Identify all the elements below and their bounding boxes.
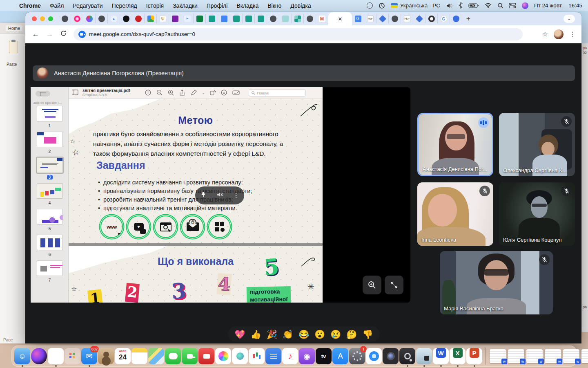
menu-bar-date[interactable]: Пт 24 жовт.: [534, 2, 563, 9]
markup-dropdown-icon[interactable]: ⌄: [202, 91, 205, 95]
menu-item[interactable]: Історія: [142, 2, 168, 9]
annotate-icon[interactable]: A: [221, 90, 227, 96]
dock-siri[interactable]: [31, 348, 47, 364]
tab-google-favicon[interactable]: [438, 14, 450, 24]
status-app-icon[interactable]: [367, 2, 373, 9]
word-home-tab[interactable]: Home: [6, 25, 22, 31]
slide-thumbnail[interactable]: 3: [35, 157, 65, 180]
participant-tile[interactable]: Юлія Сергіївна Коцепуп: [499, 182, 575, 246]
menu-item[interactable]: Вкладка: [232, 2, 263, 9]
tab-jellyfish-favicon[interactable]: [279, 14, 292, 24]
time-machine-icon[interactable]: [379, 2, 385, 9]
browser-menu-icon[interactable]: ⋮: [569, 30, 576, 38]
tab-teal-pattern-favicon[interactable]: [292, 14, 304, 24]
bluetooth-icon[interactable]: [459, 2, 463, 9]
slide-thumbnail[interactable]: 1: [35, 106, 65, 129]
dock-launchpad[interactable]: [65, 348, 80, 364]
tab-search-chevron[interactable]: ⌄: [564, 15, 575, 23]
background-word-window[interactable]: Home Paste Page: [0, 23, 25, 343]
tab-teal-doc-favicon[interactable]: [230, 14, 243, 24]
bookmark-star-icon[interactable]: ☆: [542, 30, 548, 38]
paste-clipboard-icon[interactable]: [9, 41, 18, 53]
reaction-emoji[interactable]: 🎉: [267, 330, 277, 339]
input-source[interactable]: Українська - РС: [391, 2, 440, 9]
dock-contacts[interactable]: [98, 348, 114, 364]
tab-site-favicon[interactable]: [96, 14, 108, 24]
dock-system-settings[interactable]: 1: [349, 348, 365, 364]
tab-lollipop-favicon[interactable]: [71, 14, 83, 24]
active-tab[interactable]: ✕: [328, 12, 352, 25]
dock-facetime[interactable]: [182, 348, 198, 364]
participant-tile[interactable]: Олександра Сергіївна К...: [499, 113, 575, 176]
reaction-emoji[interactable]: 👎: [362, 330, 373, 339]
dock-chrome[interactable]: [48, 348, 64, 364]
minimized-window[interactable]: w: [545, 349, 561, 363]
menu-item[interactable]: Перегляд: [107, 2, 142, 9]
tab-pkp-favicon[interactable]: [401, 14, 413, 24]
background-window-edge[interactable]: ра 02 ра: [581, 43, 588, 332]
menu-item[interactable]: Профілі: [202, 2, 232, 9]
rotate-icon[interactable]: [209, 90, 216, 96]
reaction-emoji[interactable]: 💖: [234, 330, 245, 339]
reaction-emoji[interactable]: 👍: [251, 330, 261, 339]
dock-powerpoint[interactable]: P: [466, 348, 482, 364]
tab-green-chart-favicon[interactable]: [194, 14, 206, 24]
dock-apple-tv[interactable]: tv: [316, 348, 332, 364]
dock-maps[interactable]: [148, 348, 164, 364]
dock-app-store[interactable]: A: [332, 348, 348, 364]
participant-tile[interactable]: Марія Василівна Братко: [440, 251, 553, 314]
zoom-window-button[interactable]: [48, 16, 53, 21]
markup-icon[interactable]: [191, 90, 197, 96]
sidebar-toggle-icon[interactable]: [72, 90, 78, 96]
tab-google-drive-favicon[interactable]: [145, 14, 157, 24]
tab-rocket-favicon[interactable]: [108, 14, 120, 24]
zoom-in-icon[interactable]: [168, 90, 174, 96]
info-icon[interactable]: i: [145, 90, 151, 96]
tab-colorful-favicon[interactable]: [83, 14, 96, 24]
dock-music[interactable]: ♪: [282, 348, 298, 364]
participant-tile[interactable]: Inna Leontieva: [417, 182, 493, 246]
page-url[interactable]: meet.google.com/dxs-quvf-cap?authuser=0: [89, 31, 195, 37]
audio-off-icon[interactable]: [216, 191, 223, 200]
menu-item[interactable]: Файл: [45, 2, 68, 9]
participant-tile[interactable]: Анастасія Денисівна Пог...: [417, 113, 493, 176]
minimized-window[interactable]: [581, 349, 588, 363]
tab-blue-diamond-favicon[interactable]: [413, 14, 425, 24]
pdf-search-field[interactable]: Пошук: [249, 89, 306, 96]
slide-thumbnail[interactable]: 4: [35, 183, 65, 206]
minimized-window[interactable]: w: [563, 349, 579, 363]
tab-teal-doc-favicon[interactable]: [255, 14, 267, 24]
dock-keychain[interactable]: [399, 348, 415, 364]
minimized-window[interactable]: w: [526, 349, 543, 363]
tab-chatgpt-favicon[interactable]: [120, 14, 132, 24]
fullscreen-button[interactable]: [385, 276, 403, 294]
tab-teal-doc-favicon[interactable]: [243, 14, 255, 24]
back-button[interactable]: ←: [29, 30, 42, 38]
tab-pkp-favicon[interactable]: [364, 14, 376, 24]
dock-notes[interactable]: [131, 348, 147, 364]
dock-calendar[interactable]: жовт. 24: [115, 348, 131, 364]
slide-thumbnail[interactable]: 6: [35, 235, 65, 258]
reaction-emoji[interactable]: 👏: [283, 330, 293, 339]
dock-docs-app[interactable]: [265, 348, 281, 364]
tab-gmail-favicon[interactable]: [316, 14, 328, 24]
dock-messages[interactable]: [165, 348, 181, 364]
dock-charts-app[interactable]: [249, 348, 265, 364]
dock-podcasts[interactable]: ◉: [299, 348, 315, 364]
dock-finder[interactable]: ☺: [14, 348, 30, 364]
reaction-emoji[interactable]: 😢: [330, 330, 341, 339]
spotlight-icon[interactable]: [497, 2, 503, 9]
dock-word[interactable]: W: [433, 348, 449, 364]
tab-site-favicon[interactable]: [59, 14, 71, 24]
reaction-emoji[interactable]: 😮: [314, 330, 325, 339]
slide-thumbnail[interactable]: 2: [35, 132, 65, 155]
menu-bar-clock[interactable]: 16:45: [568, 2, 582, 9]
reaction-emoji[interactable]: 😂: [298, 330, 309, 339]
tab-blue-docs-favicon[interactable]: [218, 14, 230, 24]
zoom-out-icon[interactable]: [156, 90, 163, 96]
control-center-icon[interactable]: [509, 3, 516, 8]
reaction-emoji[interactable]: 🤔: [346, 330, 357, 339]
tile-more-icon[interactable]: ⋮: [233, 192, 239, 199]
dock-creative-app[interactable]: [232, 348, 248, 364]
dock-mail[interactable]: ✉ 632: [81, 348, 97, 364]
